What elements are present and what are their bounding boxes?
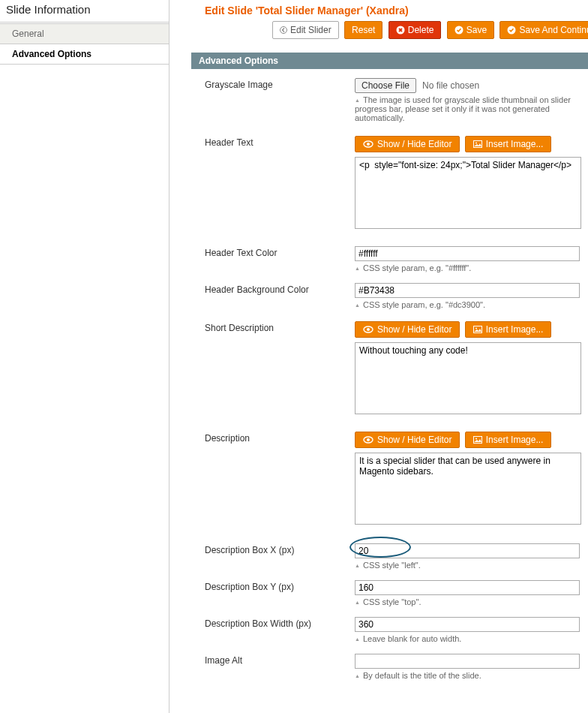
show-hide-editor-button[interactable]: Show / Hide Editor (355, 321, 460, 338)
eye-icon (363, 140, 374, 148)
sidebar: Slide Information General Advanced Optio… (0, 0, 169, 65)
insert-image-label: Insert Image... (486, 435, 544, 445)
section-title: Advanced Options (191, 53, 588, 69)
svg-point-5 (367, 143, 370, 146)
header-bg-input[interactable] (355, 283, 580, 298)
save-button[interactable]: Save (447, 21, 494, 39)
reset-label: Reset (352, 23, 375, 37)
divider (169, 0, 170, 713)
insert-image-label: Insert Image... (486, 324, 544, 335)
box-x-input[interactable] (355, 543, 580, 558)
insert-image-button[interactable]: Insert Image... (465, 432, 552, 448)
svg-rect-6 (473, 141, 482, 148)
sidebar-tabs: General Advanced Options (0, 23, 169, 65)
show-hide-label: Show / Hide Editor (377, 324, 452, 335)
desc-input[interactable] (355, 453, 581, 525)
sidebar-tab-advanced[interactable]: Advanced Options (0, 44, 169, 65)
label-box-x: Description Box X (px) (205, 543, 355, 570)
hint-header-color: CSS style param, e.g. "#ffffff". (355, 263, 572, 272)
label-desc: Description (205, 432, 355, 527)
delete-label: Delete (408, 23, 434, 37)
sidebar-title: Slide Information (0, 0, 169, 23)
edit-slider-label: Edit Slider (290, 23, 332, 37)
page-title: Edit Slide 'Total Slider Manager' (Xandr… (205, 5, 588, 17)
hint-box-x: CSS style "left". (355, 561, 572, 570)
header-text-input[interactable] (355, 157, 581, 229)
hint-alt: By default is the title of the slide. (355, 671, 572, 680)
file-status: No file chosen (422, 80, 479, 91)
image-icon (473, 140, 482, 148)
svg-point-13 (367, 438, 370, 441)
label-grayscale: Grayscale Image (205, 78, 355, 122)
choose-file-button[interactable]: Choose File (355, 78, 416, 93)
show-hide-editor-button[interactable]: Show / Hide Editor (355, 432, 460, 448)
edit-slider-button[interactable]: Edit Slider (272, 21, 339, 39)
insert-image-button[interactable]: Insert Image... (465, 136, 552, 152)
hint-header-bg: CSS style param, e.g. "#dc3900". (355, 300, 572, 309)
short-desc-input[interactable] (355, 342, 581, 414)
image-icon (473, 436, 482, 444)
back-icon (280, 26, 287, 34)
toolbar: Edit Slider Reset Delete Save Save And C… (205, 21, 588, 39)
save-continue-label: Save And Continue E (519, 23, 588, 37)
image-icon (473, 326, 482, 333)
label-header-text: Header Text (205, 136, 355, 231)
insert-image-label: Insert Image... (486, 139, 544, 149)
delete-icon (396, 26, 405, 35)
check-icon (507, 26, 516, 35)
label-alt: Image Alt (205, 654, 355, 680)
label-box-w: Description Box Width (px) (205, 617, 355, 643)
check-icon (454, 26, 464, 35)
svg-rect-10 (473, 326, 482, 333)
svg-point-15 (476, 438, 477, 440)
insert-image-button[interactable]: Insert Image... (465, 321, 552, 338)
section-advanced: Advanced Options Grayscale Image Choose … (191, 53, 588, 683)
svg-rect-14 (473, 437, 482, 444)
eye-icon (363, 436, 374, 444)
hint-box-w: Leave blank for auto width. (355, 634, 572, 643)
hint-box-y: CSS style "top". (355, 597, 572, 606)
main: Edit Slide 'Total Slider Manager' (Xandr… (191, 0, 588, 683)
save-continue-button[interactable]: Save And Continue E (500, 21, 588, 39)
svg-point-0 (280, 27, 287, 34)
label-short-desc: Short Description (205, 321, 355, 417)
delete-button[interactable]: Delete (388, 21, 442, 39)
alt-input[interactable] (355, 654, 580, 669)
label-box-y: Description Box Y (px) (205, 580, 355, 606)
save-label: Save (466, 23, 487, 37)
hint-grayscale: The image is used for grayscale slide th… (355, 95, 572, 122)
show-hide-label: Show / Hide Editor (377, 139, 452, 149)
sidebar-tab-general[interactable]: General (0, 23, 169, 44)
reset-button[interactable]: Reset (344, 21, 382, 39)
show-hide-editor-button[interactable]: Show / Hide Editor (355, 136, 460, 152)
svg-point-11 (476, 328, 477, 329)
svg-point-7 (476, 143, 477, 144)
svg-point-9 (367, 328, 370, 331)
box-w-input[interactable] (355, 617, 580, 632)
header-color-input[interactable] (355, 246, 580, 261)
label-header-color: Header Text Color (205, 246, 355, 272)
show-hide-label: Show / Hide Editor (377, 435, 452, 445)
label-header-bg: Header Background Color (205, 283, 355, 309)
eye-icon (363, 326, 374, 333)
box-y-input[interactable] (355, 580, 580, 595)
